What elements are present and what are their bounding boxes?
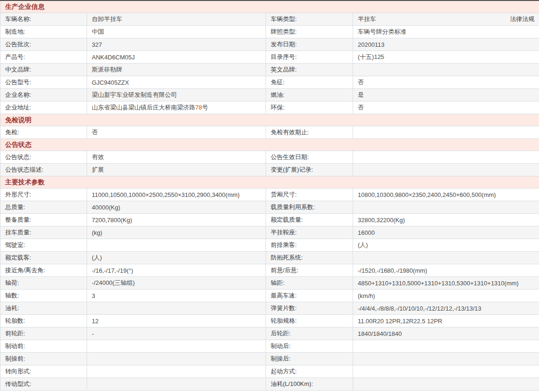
table-row: 额定载客:(人)防抱死系统: xyxy=(0,252,539,264)
field-label: 企业名称: xyxy=(0,89,87,102)
field-label: 公告批次: xyxy=(0,38,87,51)
table-row: 转向形式:起动方式: xyxy=(0,365,539,378)
field-label: 驾驶室: xyxy=(0,239,87,252)
field-label: 制动后: xyxy=(266,340,353,353)
field-value xyxy=(353,201,539,214)
field-value: 327 xyxy=(87,38,266,51)
field-value: GJC9405ZZX xyxy=(87,76,266,89)
field-label: 发布日期: xyxy=(266,38,353,51)
table-row: 制造地:中国牌照类型:车辆号牌分类标准 xyxy=(0,26,539,38)
field-label: 额定载质量: xyxy=(266,214,353,226)
field-value xyxy=(353,164,539,176)
table-row: 公告型号:GJC9405ZZX免征:否 xyxy=(0,76,539,89)
table-row: 轴荷:-/24000(三轴组)轴距:4850+1310+1310,5000+13… xyxy=(0,277,539,290)
table-row: 公告状态:有效公告生效日期: xyxy=(0,151,539,164)
field-value: 10800,10300,9800×2350,2400,2450×600,500(… xyxy=(353,189,539,201)
vehicle-detail-page: 生产企业信息车辆名称:自卸半挂车车辆类型:半挂车法律法规制造地:中国牌照类型:车… xyxy=(0,0,539,391)
field-label: 公告状态描述: xyxy=(0,164,87,176)
field-label: 传动型式: xyxy=(0,378,87,391)
table-row: 接近角/离去角:-/16,-/17,-/19(°)前悬/后悬:-/1520,-/… xyxy=(0,264,539,277)
field-label: 整备质量: xyxy=(0,214,87,226)
laws-regulations-link[interactable]: 法律法规 xyxy=(510,15,534,23)
table-row: 轴数:3最高车速:(km/h) xyxy=(0,290,539,302)
field-label: 公告状态: xyxy=(0,151,87,164)
field-label: 总质量: xyxy=(0,201,87,214)
field-label: 载质量利用系数: xyxy=(266,201,353,214)
field-label: 产品号: xyxy=(0,51,87,64)
field-value: -/1520,-/1680,-/1980(mm) xyxy=(353,264,539,277)
field-label: 转向形式: xyxy=(0,365,87,378)
field-value: (十五)125 xyxy=(353,51,539,64)
field-label: 车辆类型: xyxy=(266,13,353,26)
field-label: 防抱死系统: xyxy=(266,252,353,264)
field-label: 企业地址: xyxy=(0,102,87,114)
table-row: 车辆名称:自卸半挂车车辆类型:半挂车法律法规 xyxy=(0,13,539,26)
field-value: 16000 xyxy=(353,226,539,239)
field-label: 公告型号: xyxy=(0,76,87,89)
field-value xyxy=(87,365,266,378)
table-row: 企业地址:山东省梁山县梁山镇后庄大桥南梁济路78号环保:否 xyxy=(0,102,539,114)
field-label: 轴数: xyxy=(0,290,87,302)
field-value: 山东省梁山县梁山镇后庄大桥南梁济路78号 xyxy=(87,102,266,114)
table-row: 前轮距:-后轮距:1840/1840/1840 xyxy=(0,327,539,340)
field-value: 是 xyxy=(353,89,539,102)
table-row: 制操前:制操后: xyxy=(0,353,539,365)
field-value xyxy=(353,151,539,164)
section-title: 生产企业信息 xyxy=(0,0,539,13)
field-value: 20200113 xyxy=(353,38,539,51)
field-label: 中文品牌: xyxy=(0,64,87,76)
table-row: 挂车质量:(kg)半挂鞍座:16000 xyxy=(0,226,539,239)
field-label: 接近角/离去角: xyxy=(0,264,87,277)
field-value: 否 xyxy=(353,102,539,114)
field-value: 有效 xyxy=(87,151,266,164)
field-value: (人) xyxy=(353,239,539,252)
field-value: 梁山新宇车业研发制造有限公司 xyxy=(87,89,266,102)
field-label: 制操后: xyxy=(266,353,353,365)
field-label: 制操前: xyxy=(0,353,87,365)
field-label: 制造地: xyxy=(0,26,87,38)
field-label: 轮胎规格: xyxy=(266,315,353,327)
table-row: 公告批次:327发布日期:20200113 xyxy=(0,38,539,51)
field-value: 自卸半挂车 xyxy=(87,13,266,26)
section-header-row: 主要技术参数 xyxy=(0,176,539,189)
field-value: 中国 xyxy=(87,26,266,38)
table-body: 生产企业信息车辆名称:自卸半挂车车辆类型:半挂车法律法规制造地:中国牌照类型:车… xyxy=(0,0,539,391)
field-label: 车辆名称: xyxy=(0,13,87,26)
table-row: 驾驶室:前排乘客:(人) xyxy=(0,239,539,252)
field-label: 制动前: xyxy=(0,340,87,353)
field-value: 3 xyxy=(87,290,266,302)
field-value: 否 xyxy=(87,126,266,139)
field-value: 7200,7800(Kg) xyxy=(87,214,266,226)
section-header-row: 公告状态 xyxy=(0,139,539,151)
field-label: 轮胎数: xyxy=(0,315,87,327)
field-label: 牌照类型: xyxy=(266,26,353,38)
field-value xyxy=(353,64,539,76)
field-label: 油耗: xyxy=(0,302,87,315)
field-value: 11000,10500,10000×2500,2550×3100,2900,34… xyxy=(87,189,266,201)
field-label: 最高车速: xyxy=(266,290,353,302)
field-label: 目录序号: xyxy=(266,51,353,64)
table-row: 中文品牌:斯派菲勒牌英文品牌: xyxy=(0,64,539,76)
field-label: 免检有效期止: xyxy=(266,126,353,139)
field-label: 燃油: xyxy=(266,89,353,102)
field-value: 否 xyxy=(353,76,539,89)
field-label: 油耗(L/100Km): xyxy=(266,378,353,391)
field-label: 免征: xyxy=(266,76,353,89)
field-value: 1840/1840/1840 xyxy=(353,327,539,340)
field-value xyxy=(353,126,539,139)
field-value: 斯派菲勒牌 xyxy=(87,64,266,76)
field-label: 前排乘客: xyxy=(266,239,353,252)
field-value: 11.00R20 12PR,12R22.5 12PR xyxy=(353,315,539,327)
field-label: 后轮距: xyxy=(266,327,353,340)
field-label: 起动方式: xyxy=(266,365,353,378)
field-label: 货厢尺寸: xyxy=(266,189,353,201)
field-value xyxy=(87,239,266,252)
field-label: 前悬/后悬: xyxy=(266,264,353,277)
field-label: 变更(扩展)记录: xyxy=(266,164,353,176)
field-value xyxy=(353,365,539,378)
field-value: -/24000(三轴组) xyxy=(87,277,266,290)
table-row: 产品号:ANK4D6CM05J目录序号:(十五)125 xyxy=(0,51,539,64)
field-label: 环保: xyxy=(266,102,353,114)
field-label: 轴荷: xyxy=(0,277,87,290)
field-value xyxy=(87,378,266,391)
